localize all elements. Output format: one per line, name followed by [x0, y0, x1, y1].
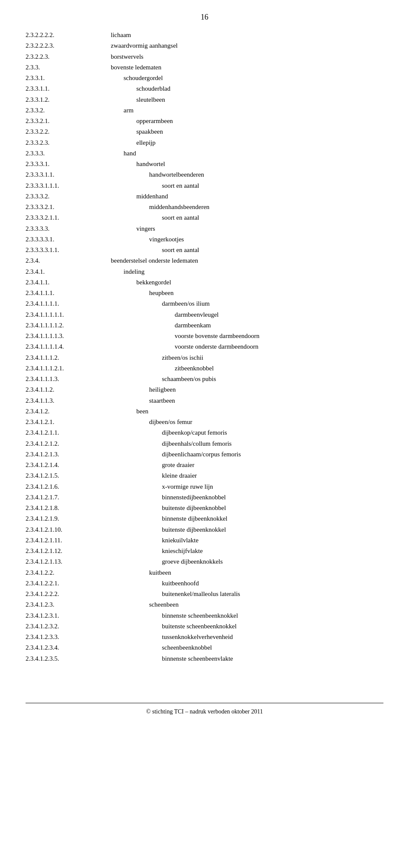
list-item: 2.3.3.2.1.opperarmbeen	[26, 116, 383, 126]
list-item: 2.3.4.1.2.been	[26, 407, 383, 416]
entry-label: middenhand	[111, 192, 383, 201]
entry-label: zitbeen/os ischii	[111, 353, 383, 363]
entry-label: tussenknokkelverhevenheid	[111, 632, 383, 642]
entry-number: 2.3.4.1.2.2.1.	[26, 579, 111, 588]
entry-label: darmbeenvleugel	[111, 310, 383, 320]
entry-number: 2.3.2.2.2.2.	[26, 30, 111, 40]
list-item: 2.3.3.3.3.1.vingerkootjes	[26, 235, 383, 244]
entry-number: 2.3.4.1.1.	[26, 278, 111, 287]
entry-label: sleutelbeen	[111, 95, 383, 105]
entry-number: 2.3.4.1.2.	[26, 407, 111, 416]
entry-number: 2.3.3.3.2.	[26, 192, 111, 201]
entry-label: soort en aantal	[111, 213, 383, 223]
entry-label: binnenste scheenbeenvlakte	[111, 654, 383, 664]
entry-label: zwaardvormig aanhangsel	[111, 41, 383, 51]
entry-label: buitenste scheenbeenknokkel	[111, 622, 383, 631]
entry-label: darmbeen/os ilium	[111, 299, 383, 309]
entry-number: 2.3.4.1.2.1.11.	[26, 536, 111, 545]
entry-label: scheenbeen	[111, 600, 383, 610]
list-item: 2.3.4.1.2.1.11.kniekuilvlakte	[26, 536, 383, 545]
list-item: 2.3.2.2.2.2.lichaam	[26, 30, 383, 40]
entry-number: 2.3.3.3.3.1.	[26, 235, 111, 244]
entry-number: 2.3.3.3.1.1.	[26, 170, 111, 180]
entry-number: 2.3.4.1.1.1.3.	[26, 374, 111, 384]
entry-label: dijbeenhals/collum femoris	[111, 439, 383, 449]
entry-label: voorste onderste darmbeendoorn	[111, 342, 383, 352]
list-item: 2.3.4.1.2.2.2.buitenenkel/malleolus late…	[26, 589, 383, 599]
list-item: 2.3.3.2.arm	[26, 106, 383, 115]
list-item: 2.3.4.1.1.1.1.1.darmbeenvleugel	[26, 310, 383, 320]
entry-number: 2.3.4.1.1.1.2.	[26, 353, 111, 363]
entry-label: middenhandsbeenderen	[111, 202, 383, 212]
entry-number: 2.3.3.3.3.	[26, 224, 111, 234]
list-item: 2.3.4.1.1.1.2.1.zitbeenknobbel	[26, 364, 383, 373]
entry-label: soort en aantal	[111, 181, 383, 191]
list-item: 2.3.3.3.3.vingers	[26, 224, 383, 234]
list-item: 2.3.4.1.1.1.heupbeen	[26, 288, 383, 298]
entry-number: 2.3.4.1.1.1.1.4.	[26, 342, 111, 352]
list-item: 2.3.4.1.2.1.5.kleine draaier	[26, 471, 383, 481]
entry-label: beenderstelsel onderste ledematen	[111, 256, 383, 266]
list-item: 2.3.4.1.2.2.1.kuitbeenhoofd	[26, 579, 383, 588]
entry-number: 2.3.4.1.1.1.1.	[26, 299, 111, 309]
entry-label: been	[111, 407, 383, 416]
entry-number: 2.3.4.1.	[26, 267, 111, 277]
entry-label: indeling	[111, 267, 383, 277]
list-item: 2.3.4.1.1.1.2.zitbeen/os ischii	[26, 353, 383, 363]
entry-label: dijbeenkop/caput femoris	[111, 428, 383, 438]
list-item: 2.3.4.1.1.3.staartbeen	[26, 396, 383, 406]
list-item: 2.3.4.1.2.3.5.binnenste scheenbeenvlakte	[26, 654, 383, 664]
entry-label: bovenste ledematen	[111, 63, 383, 72]
entry-label: kuitbeenhoofd	[111, 579, 383, 588]
entry-number: 2.3.4.1.2.1.7.	[26, 493, 111, 502]
list-item: 2.3.4.1.2.1.4.grote draaier	[26, 460, 383, 470]
entry-number: 2.3.4.1.2.3.1.	[26, 611, 111, 621]
list-item: 2.3.3.3.hand	[26, 149, 383, 158]
entry-label: groeve dijbeenknokkels	[111, 557, 383, 567]
page-number: 16	[0, 0, 409, 26]
entry-label: binnenste dijbeenknokkel	[111, 514, 383, 524]
entry-label: borstwervels	[111, 52, 383, 62]
list-item: 2.3.4.1.1.1.1.darmbeen/os ilium	[26, 299, 383, 309]
list-item: 2.3.4.1.2.1.2.dijbeenhals/collum femoris	[26, 439, 383, 449]
entry-label: heiligbeen	[111, 385, 383, 395]
list-item: 2.3.3.2.2.spaakbeen	[26, 127, 383, 137]
entry-label: opperarmbeen	[111, 116, 383, 126]
entry-number: 2.3.4.1.1.1.1.3.	[26, 331, 111, 341]
list-item: 2.3.4.1.2.1.7.binnenstedijbeenknobbel	[26, 493, 383, 502]
entry-number: 2.3.4.1.2.2.	[26, 568, 111, 578]
entry-label: binnenste scheenbeenknokkel	[111, 611, 383, 621]
entry-label: binnenstedijbeenknobbel	[111, 493, 383, 502]
list-item: 2.3.4.1.2.1.1.dijbeenkop/caput femoris	[26, 428, 383, 438]
entry-number: 2.3.4.1.2.3.3.	[26, 632, 111, 642]
list-item: 2.3.4.1.2.3.4.scheenbeenknobbel	[26, 643, 383, 653]
entry-label: dijbeen/os femur	[111, 417, 383, 427]
entry-number: 2.3.4.1.2.1.3.	[26, 450, 111, 459]
entry-label: soort en aantal	[111, 245, 383, 255]
entry-label: x-vormige ruwe lijn	[111, 482, 383, 492]
list-item: 2.3.4.1.1.1.1.4.voorste onderste darmbee…	[26, 342, 383, 352]
entry-label: heupbeen	[111, 288, 383, 298]
list-item: 2.3.4.1.1.bekkengordel	[26, 278, 383, 287]
entry-label: handwortel	[111, 159, 383, 169]
entry-label: kleine draaier	[111, 471, 383, 481]
list-item: 2.3.4.1.2.3.3.tussenknokkelverhevenheid	[26, 632, 383, 642]
entry-label: darmbeenkam	[111, 321, 383, 330]
entry-number: 2.3.3.2.1.	[26, 116, 111, 126]
entry-label: voorste bovenste darmbeendoorn	[111, 331, 383, 341]
list-item: 2.3.4.beenderstelsel onderste ledematen	[26, 256, 383, 266]
list-item: 2.3.4.1.1.2.heiligbeen	[26, 385, 383, 395]
entry-label: schouderblad	[111, 84, 383, 94]
entry-label: grote draaier	[111, 460, 383, 470]
entry-number: 2.3.3.3.2.1.1.	[26, 213, 111, 223]
list-item: 2.3.3.3.1.1.1.soort en aantal	[26, 181, 383, 191]
entry-number: 2.3.3.2.	[26, 106, 111, 115]
entry-label: buitenste dijbeenknokkel	[111, 525, 383, 535]
entry-number: 2.3.4.1.2.1.	[26, 417, 111, 427]
entry-number: 2.3.4.1.2.1.5.	[26, 471, 111, 481]
entry-label: scheenbeenknobbel	[111, 643, 383, 653]
list-item: 2.3.4.1.2.1.3.dijbeenlichaam/corpus femo…	[26, 450, 383, 459]
list-item: 2.3.3.3.1.handwortel	[26, 159, 383, 169]
entry-number: 2.3.4.1.2.1.12.	[26, 546, 111, 556]
list-item: 2.3.2.2.3.borstwervels	[26, 52, 383, 62]
